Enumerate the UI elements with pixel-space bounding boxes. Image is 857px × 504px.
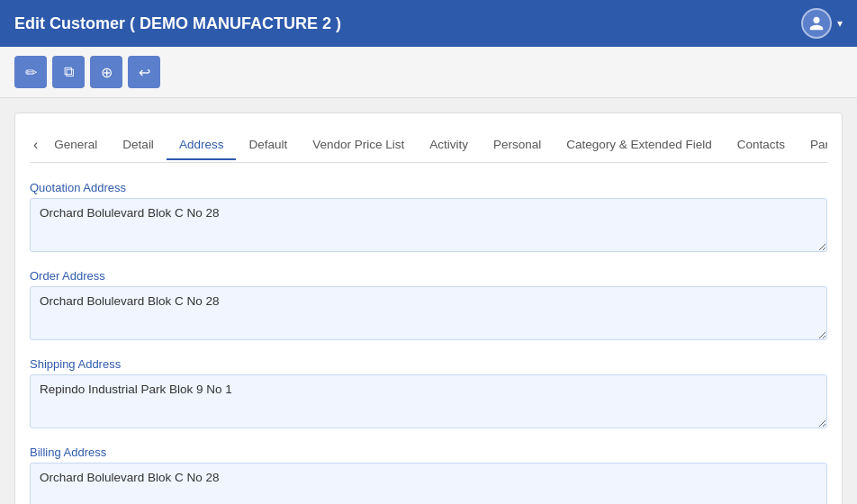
tab-prev-button[interactable]: ‹	[30, 128, 41, 162]
billing-address-group: Billing Address	[30, 446, 827, 504]
header: Edit Customer ( DEMO MANUFACTURE 2 ) ▾	[0, 0, 857, 47]
order-address-group: Order Address	[30, 269, 827, 343]
tab-category-extended[interactable]: Category & Extended Field	[554, 130, 724, 160]
copy-button[interactable]: ⧉	[52, 56, 85, 88]
shipping-address-label: Shipping Address	[30, 357, 827, 371]
tab-personal[interactable]: Personal	[481, 130, 554, 160]
shipping-address-group: Shipping Address	[30, 357, 827, 431]
tab-detail[interactable]: Detail	[110, 130, 167, 160]
avatar	[801, 8, 832, 39]
tab-default[interactable]: Default	[236, 130, 300, 160]
tabs-bar: ‹ General Detail Address Default Vendor …	[30, 128, 827, 163]
order-address-label: Order Address	[30, 269, 827, 283]
quotation-address-input[interactable]	[30, 198, 827, 252]
user-menu[interactable]: ▾	[801, 8, 843, 39]
back-button[interactable]: ↩	[128, 56, 160, 88]
quotation-address-label: Quotation Address	[30, 181, 827, 194]
quotation-address-group: Quotation Address	[30, 181, 827, 255]
chevron-down-icon: ▾	[837, 17, 843, 30]
shipping-address-input[interactable]	[30, 374, 827, 428]
tab-address[interactable]: Address	[167, 130, 237, 160]
billing-address-input[interactable]	[30, 463, 827, 504]
tab-vendor-price-list[interactable]: Vendor Price List	[300, 130, 417, 160]
tab-part-alia[interactable]: Part Alia	[798, 130, 827, 160]
tab-contacts[interactable]: Contacts	[725, 130, 798, 160]
tab-general[interactable]: General	[41, 130, 110, 160]
toolbar: ✏ ⧉ ⊕ ↩	[0, 47, 857, 98]
address-form: Quotation Address Order Address Shipping…	[30, 181, 827, 504]
order-address-input[interactable]	[30, 286, 827, 340]
tab-activity[interactable]: Activity	[417, 130, 481, 160]
page-title: Edit Customer ( DEMO MANUFACTURE 2 )	[14, 14, 341, 33]
main-card: ‹ General Detail Address Default Vendor …	[14, 112, 843, 504]
add-button[interactable]: ⊕	[90, 56, 122, 88]
edit-button[interactable]: ✏	[14, 56, 47, 88]
billing-address-label: Billing Address	[30, 446, 827, 459]
